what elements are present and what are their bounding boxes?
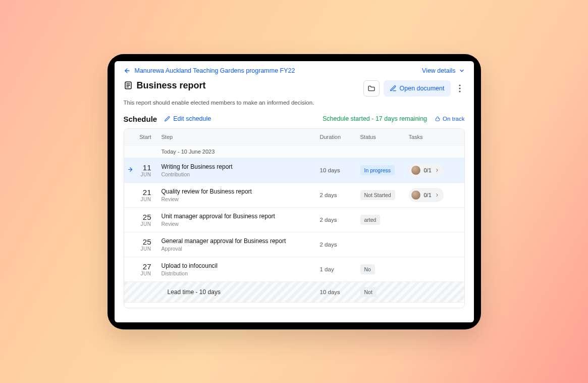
- more-vertical-icon: [459, 84, 461, 92]
- lead-time-row: Lead time - 10 days 10 days Not: [124, 281, 464, 302]
- step-title: General manager approval for Business re…: [162, 237, 320, 245]
- step-sub: Contribution: [162, 171, 320, 177]
- duration-value: 10 days: [320, 167, 360, 173]
- status-badge: Not Started: [360, 190, 395, 200]
- chevron-down-icon: [459, 68, 465, 74]
- start-day: 25: [124, 213, 151, 221]
- partial-row: [124, 302, 464, 308]
- step-title: Upload to infocouncil: [162, 262, 320, 269]
- table-header: Start Step Duration Status Tasks: [124, 129, 464, 145]
- table-row[interactable]: 25JUNGeneral manager approval for Busine…: [124, 232, 464, 257]
- edit-schedule-button[interactable]: Edit schedule: [164, 115, 211, 122]
- current-step-arrow-icon: [127, 166, 133, 174]
- action-bar: Open document: [363, 80, 465, 97]
- duration-value: 2 days: [320, 192, 360, 198]
- screen: Manurewa Auckland Teaching Gardens progr…: [115, 61, 474, 322]
- on-track-badge: On track: [435, 116, 464, 122]
- col-step: Step: [155, 134, 320, 140]
- header: Manurewa Auckland Teaching Gardens progr…: [115, 61, 474, 79]
- table-row[interactable]: 21JUNQuality review for Business reportR…: [124, 182, 464, 207]
- step-title: Quality review for Business report: [162, 188, 320, 195]
- svg-point-7: [459, 90, 460, 92]
- duration-value: 2 days: [320, 242, 360, 248]
- avatar: [411, 190, 421, 200]
- col-tasks: Tasks: [409, 134, 464, 140]
- duration-value: 1 day: [320, 266, 360, 272]
- open-document-button[interactable]: Open document: [384, 80, 451, 97]
- thumbs-up-icon: [435, 116, 441, 122]
- pencil-icon: [164, 116, 171, 122]
- edit-schedule-label: Edit schedule: [173, 115, 211, 122]
- arrow-left-icon: [124, 67, 131, 74]
- start-month: JUN: [124, 246, 151, 252]
- folder-button[interactable]: [363, 80, 380, 97]
- more-button[interactable]: [455, 80, 465, 97]
- schedule-status: Schedule started - 17 days remaining: [323, 115, 427, 122]
- col-status: Status: [360, 134, 409, 140]
- table-row[interactable]: 25JUNUnit manager approval for Business …: [124, 207, 464, 232]
- table-row[interactable]: 27JUNUpload to infocouncilDistribution1 …: [124, 257, 464, 281]
- page-subtitle: This report should enable elected member…: [115, 99, 474, 113]
- step-sub: Distribution: [162, 270, 320, 276]
- document-icon: [124, 81, 133, 90]
- svg-point-5: [459, 84, 460, 86]
- task-count: 0/1: [424, 167, 432, 173]
- step-title: Writing for Business report: [162, 163, 320, 170]
- tablet-frame: Manurewa Auckland Teaching Gardens progr…: [108, 54, 481, 329]
- view-details-label: View details: [422, 67, 455, 74]
- avatar: [411, 165, 421, 175]
- step-sub: Approval: [162, 246, 320, 252]
- on-track-label: On track: [443, 116, 464, 122]
- start-month: JUN: [124, 197, 151, 202]
- task-count: 0/1: [424, 192, 432, 198]
- status-badge: No: [360, 264, 375, 274]
- start-day: 27: [124, 262, 151, 271]
- schedule-header: Schedule Edit schedule Schedule started …: [115, 113, 474, 128]
- schedule-title: Schedule: [124, 115, 157, 123]
- page-title: Business report: [137, 80, 206, 91]
- col-duration: Duration: [320, 134, 360, 140]
- title-row: Business report Open document: [115, 79, 474, 99]
- today-row: Today - 10 June 2023: [124, 145, 464, 158]
- table-row[interactable]: 11JUNWriting for Business reportContribu…: [124, 158, 464, 182]
- lead-time-duration: 10 days: [320, 289, 360, 295]
- chevron-right-icon: [435, 193, 440, 198]
- folder-icon: [367, 84, 376, 92]
- lead-time-label: Lead time - 10 days: [155, 289, 320, 296]
- status-badge: In progress: [360, 165, 395, 175]
- col-start: Start: [124, 134, 155, 140]
- step-sub: Review: [162, 221, 320, 227]
- svg-point-6: [459, 87, 460, 89]
- chevron-right-icon: [435, 168, 440, 173]
- step-title: Unit manager approval for Business repor…: [162, 213, 320, 220]
- status-badge: arted: [360, 215, 381, 225]
- breadcrumb-label: Manurewa Auckland Teaching Gardens progr…: [135, 67, 295, 74]
- task-chip[interactable]: 0/1: [409, 188, 444, 202]
- duration-value: 2 days: [320, 217, 360, 223]
- task-chip[interactable]: 0/1: [409, 163, 444, 177]
- edit-icon: [390, 85, 397, 92]
- step-sub: Review: [162, 196, 320, 202]
- start-month: JUN: [124, 271, 151, 276]
- start-day: 21: [124, 188, 151, 197]
- start-day: 25: [124, 237, 151, 246]
- open-document-label: Open document: [400, 85, 445, 92]
- start-month: JUN: [124, 221, 151, 227]
- view-details-button[interactable]: View details: [422, 67, 464, 74]
- breadcrumb[interactable]: Manurewa Auckland Teaching Gardens progr…: [124, 67, 295, 74]
- lead-time-status: Not: [360, 287, 377, 297]
- schedule-table: Start Step Duration Status Tasks Today -…: [124, 128, 465, 308]
